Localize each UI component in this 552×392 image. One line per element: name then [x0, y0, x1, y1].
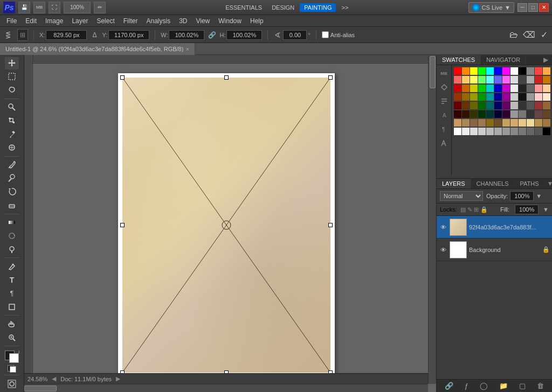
cancel-transform-icon[interactable]: ⌫	[523, 29, 535, 41]
swatch-#cc0000[interactable]	[454, 85, 461, 92]
swatch-#664422[interactable]	[543, 110, 550, 118]
swatch-#ffff00[interactable]	[470, 67, 478, 75]
transform-handle-tr[interactable]	[328, 75, 333, 80]
menu-3d[interactable]: 3D	[175, 16, 191, 26]
panel-tool-1[interactable]	[438, 81, 450, 93]
swatch-#66ffff[interactable]	[486, 76, 494, 83]
document-canvas[interactable]	[118, 73, 335, 377]
swatch-#666600[interactable]	[470, 102, 478, 109]
add-mask-btn[interactable]: ◯	[478, 381, 490, 391]
healing-tool[interactable]	[5, 142, 19, 154]
swatch-#cc2222[interactable]	[535, 76, 542, 83]
fill-chevron[interactable]: ▼	[543, 206, 549, 213]
opacity-input[interactable]	[510, 191, 534, 201]
swatch-#999900[interactable]	[470, 93, 478, 101]
swatch-#003333[interactable]	[486, 110, 494, 118]
swatch-#666666[interactable]	[527, 85, 534, 92]
swatch-#333300[interactable]	[470, 110, 478, 118]
menu-image[interactable]: Image	[41, 16, 67, 26]
transform-handle-tc[interactable]	[224, 75, 229, 80]
opacity-chevron[interactable]: ▼	[536, 193, 542, 199]
swatch-#000099[interactable]	[494, 93, 502, 101]
swatch-#0000cc[interactable]	[494, 85, 502, 92]
eraser-tool[interactable]	[5, 199, 19, 212]
swatch-#660000[interactable]	[454, 102, 461, 109]
blur-tool[interactable]	[5, 229, 19, 242]
swatch-#cc7700[interactable]	[543, 76, 550, 83]
tab-swatches[interactable]: SWATCHES	[437, 55, 481, 65]
swatch-#00cccc[interactable]	[486, 85, 494, 92]
swatch-#009999[interactable]	[486, 93, 494, 101]
swatch-#006666[interactable]	[486, 102, 494, 109]
swatch-#e8c88a[interactable]	[519, 119, 526, 127]
panel-tool-2[interactable]	[438, 95, 450, 107]
swatch-#c8a060[interactable]	[502, 119, 510, 127]
x-input[interactable]	[46, 30, 87, 40]
move-tool[interactable]	[5, 57, 19, 69]
bridge-icon[interactable]: MB	[33, 2, 45, 13]
swatch-#00cc00[interactable]	[478, 85, 486, 92]
horizontal-scrollbar[interactable]	[24, 384, 428, 392]
menu-view[interactable]: View	[191, 16, 214, 26]
swatch-#ffffff[interactable]	[510, 67, 518, 75]
transform-mode-icon[interactable]: ⋚	[2, 29, 14, 41]
shape-tool[interactable]	[5, 300, 19, 313]
lock-transparent-icon[interactable]: ▤	[460, 206, 466, 213]
layer-item-1[interactable]: 👁 Background 🔒	[437, 239, 552, 261]
menu-window[interactable]: Window	[214, 16, 246, 26]
gradient-tool[interactable]	[5, 216, 19, 229]
swatch-#6666ff[interactable]	[494, 76, 502, 83]
menu-edit[interactable]: Edit	[21, 16, 41, 26]
swatch-#777777[interactable]	[519, 110, 526, 118]
swatch-#996633[interactable]	[543, 102, 550, 109]
swatch-#00ff00[interactable]	[478, 67, 486, 75]
confirm-transform-icon[interactable]: ✓	[538, 29, 550, 41]
arrangement-icon[interactable]: ✏	[94, 2, 106, 13]
swatch-#ffe5cc[interactable]	[543, 93, 550, 101]
swatch-#eeeeee[interactable]	[462, 128, 470, 135]
swatch-#000066[interactable]	[494, 102, 502, 109]
screen-mode-icon[interactable]: ⛶	[49, 2, 60, 13]
link-icon[interactable]: 🔗	[208, 31, 216, 39]
swatch-#777777[interactable]	[519, 128, 526, 135]
swatch-#111111[interactable]	[519, 93, 526, 101]
status-arrow-right[interactable]: ▶	[116, 375, 120, 382]
swatch-#cc9966[interactable]	[454, 119, 461, 127]
tab-close-button[interactable]: ×	[185, 46, 189, 52]
h-input[interactable]	[226, 30, 262, 40]
swatch-#ff0000[interactable]	[454, 67, 461, 75]
selection-tool[interactable]	[5, 71, 19, 83]
swatch-#888888[interactable]	[527, 67, 534, 75]
hand-tool[interactable]	[5, 318, 19, 330]
swatch-#333333[interactable]	[527, 110, 534, 118]
horizontal-scroll-thumb[interactable]	[24, 386, 57, 391]
swatch-#a07840[interactable]	[543, 119, 550, 127]
swatch-#330000[interactable]	[454, 110, 461, 118]
menu-layer[interactable]: Layer	[67, 16, 92, 26]
minimize-button[interactable]: ─	[518, 3, 527, 12]
swatch-#333333[interactable]	[519, 102, 526, 109]
dodge-tool[interactable]	[5, 243, 19, 255]
swatch-#b89050[interactable]	[535, 119, 542, 127]
tab-layers[interactable]: LAYERS	[437, 179, 471, 188]
antialias-checkbox[interactable]: Anti-alias	[322, 31, 355, 38]
swatch-#ffcc66[interactable]	[462, 76, 470, 83]
swatch-#996600[interactable]	[462, 93, 470, 101]
layers-collapse-btn[interactable]: ▼	[547, 180, 552, 187]
swatch-#000033[interactable]	[494, 110, 502, 118]
swatch-#993333[interactable]	[535, 102, 542, 109]
swatch-#aa8855[interactable]	[462, 119, 470, 127]
swatch-#ff6666[interactable]	[454, 76, 461, 83]
menu-filter[interactable]: Filter	[119, 16, 142, 26]
swatch-#ff9999[interactable]	[535, 85, 542, 92]
swatch-#663300[interactable]	[462, 102, 470, 109]
menu-help[interactable]: Help	[246, 16, 268, 26]
swatch-#ffff66[interactable]	[470, 76, 478, 83]
panel-tool-3[interactable]: A	[438, 109, 450, 121]
swatch-#999999[interactable]	[510, 110, 518, 118]
swatch-#0000ff[interactable]	[494, 67, 502, 75]
tab-paths[interactable]: PATHS	[515, 179, 545, 188]
add-style-btn[interactable]: ƒ	[463, 381, 471, 391]
swatch-#000000[interactable]	[519, 67, 526, 75]
swatch-#bbbbbb[interactable]	[486, 128, 494, 135]
